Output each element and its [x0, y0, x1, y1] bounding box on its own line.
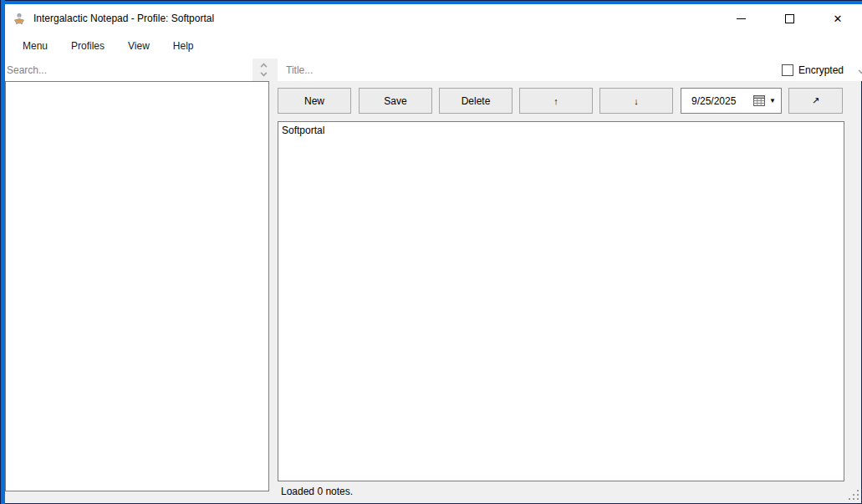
date-picker[interactable]: 9/25/2025 ▼	[681, 88, 782, 114]
open-external-button[interactable]: ↗	[788, 88, 843, 114]
filter-row: Encrypted	[5, 59, 862, 81]
date-value: 9/25/2025	[691, 95, 749, 107]
menu-item-menu[interactable]: Menu	[11, 36, 59, 56]
menu-item-view[interactable]: View	[116, 36, 161, 56]
maximize-icon	[785, 14, 794, 23]
encrypted-label: Encrypted	[798, 64, 844, 76]
date-dropdown-icon[interactable]: ▼	[769, 97, 776, 104]
close-icon: ✕	[834, 13, 843, 24]
move-up-button[interactable]: ↑	[519, 88, 593, 114]
new-button[interactable]: New	[278, 88, 351, 114]
close-button[interactable]: ✕	[814, 4, 862, 33]
move-down-button[interactable]: ↓	[599, 88, 673, 114]
encrypted-checkbox[interactable]	[782, 64, 793, 76]
minimize-button[interactable]	[717, 4, 765, 33]
menu-item-profiles[interactable]: Profiles	[59, 36, 116, 56]
note-content-textarea[interactable]: Softportal	[278, 121, 844, 481]
title-bar[interactable]: Intergalactic Notepad - Profile: Softpor…	[5, 4, 862, 33]
save-button[interactable]: Save	[359, 88, 432, 114]
menu-item-help[interactable]: Help	[161, 36, 206, 56]
minimize-icon	[737, 18, 746, 19]
notes-list[interactable]	[5, 81, 269, 491]
app-icon	[13, 12, 26, 25]
note-title-input[interactable]	[278, 59, 862, 81]
encrypted-checkbox-group[interactable]: Encrypted	[778, 59, 847, 81]
status-bar-text: Loaded 0 notes.	[281, 486, 353, 497]
resize-grip[interactable]	[847, 488, 860, 501]
menu-bar: Menu Profiles View Help	[5, 33, 862, 59]
search-spinner[interactable]	[253, 59, 273, 81]
window-frame-left	[0, 0, 5, 504]
maximize-button[interactable]	[765, 4, 814, 33]
calendar-icon	[753, 95, 765, 106]
chevron-down-icon[interactable]	[260, 70, 267, 77]
app-window: Intergalactic Notepad - Profile: Softpor…	[0, 0, 862, 504]
window-title: Intergalactic Notepad - Profile: Softpor…	[33, 13, 214, 24]
search-input[interactable]	[5, 59, 252, 81]
delete-button[interactable]: Delete	[439, 88, 513, 114]
window-controls: ✕	[717, 4, 862, 33]
